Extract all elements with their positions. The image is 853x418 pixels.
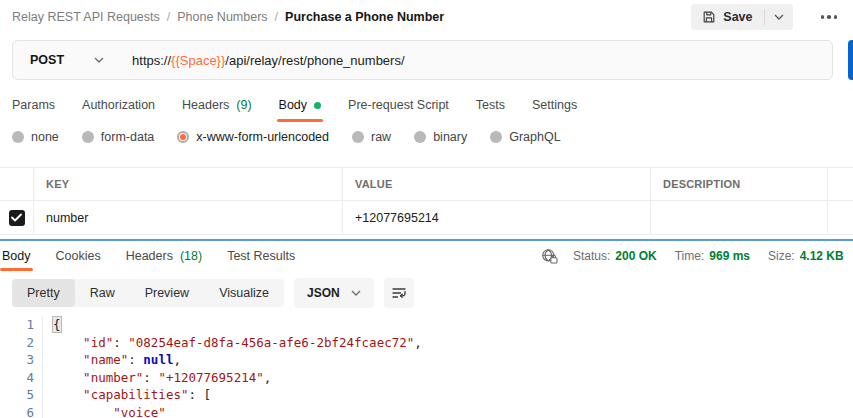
code-token: : (128, 352, 143, 367)
value-cell[interactable]: +12077695214 (343, 201, 651, 234)
code-line-content: "name": null, (42, 351, 181, 369)
view-tab-pretty[interactable]: Pretty (12, 279, 75, 307)
tab-tests[interactable]: Tests (476, 88, 505, 122)
breadcrumb-item-relay-rest-api-requests[interactable]: Relay REST API Requests (12, 10, 160, 24)
line-number: 2 (0, 334, 42, 352)
postman-request-view: Relay REST API Requests/Phone Numbers/Pu… (0, 0, 853, 418)
urlencoded-params-table: KEYVALUEDESCRIPTIONnumber+12077695214 (0, 167, 853, 235)
view-mode-tabs: PrettyRawPreviewVisualize (12, 279, 284, 307)
tab-headers[interactable]: Headers(9) (182, 88, 252, 122)
tab-body[interactable]: Body (279, 88, 322, 122)
more-options-button[interactable] (819, 9, 840, 25)
wrap-text-button[interactable] (384, 278, 414, 308)
body-type-none[interactable]: none (12, 130, 59, 144)
save-icon (702, 10, 716, 24)
meta-value: 200 OK (615, 249, 656, 263)
response-tab-body[interactable]: Body (2, 241, 31, 271)
tab-label: Headers (182, 98, 229, 112)
save-button-group: Save (691, 4, 792, 30)
save-button[interactable]: Save (691, 4, 763, 30)
row-checkbox[interactable] (9, 210, 25, 226)
code-line-content: "voice" (42, 404, 166, 418)
select-all-cell[interactable] (0, 168, 34, 200)
body-type-x-www-form-urlencoded[interactable]: x-www-form-urlencoded (177, 130, 329, 144)
body-type-form-data[interactable]: form-data (82, 130, 155, 144)
table-row: number+12077695214 (0, 201, 853, 235)
response-status-group: Status:200 OKTime:969 msSize:4.12 KB (573, 249, 853, 263)
tab-authorization[interactable]: Authorization (82, 88, 155, 122)
row-checkbox-cell (0, 201, 34, 234)
meta-label: Time: (675, 249, 705, 263)
radio-icon (177, 131, 189, 143)
code-token: : (143, 370, 158, 385)
code-line: 1{ (0, 316, 853, 334)
table-header-row: KEYVALUEDESCRIPTION (0, 168, 853, 201)
tab-label: Authorization (82, 98, 155, 112)
code-token (53, 352, 83, 367)
code-line: 5 "capabilities": [ (0, 386, 853, 404)
method-label: POST (30, 53, 64, 67)
radio-icon (12, 131, 24, 143)
response-tab-cookies[interactable]: Cookies (56, 241, 101, 271)
url-path: /api/relay/rest/phone_numbers/ (225, 53, 404, 68)
ellipsis-icon (827, 15, 831, 19)
tab-label: Settings (532, 98, 577, 112)
tab-label: Headers (126, 249, 173, 263)
radio-icon (414, 131, 426, 143)
code-token (53, 370, 83, 385)
network-info-icon[interactable] (541, 248, 558, 264)
response-tab-headers[interactable]: Headers(18) (126, 241, 202, 271)
radio-icon (352, 131, 364, 143)
tab-label: Body (2, 249, 31, 263)
meta-status: Status:200 OK (573, 249, 657, 263)
view-tab-preview[interactable]: Preview (130, 279, 204, 307)
url-bar: POST https://{{Space}}/api/relay/rest/ph… (0, 34, 853, 88)
response-body-editor[interactable]: 1{2 "id": "08254eaf-d8fa-456a-afe6-2bf24… (0, 314, 853, 418)
tab-label: Tests (476, 98, 505, 112)
line-number: 6 (0, 404, 42, 418)
code-token: , (173, 352, 181, 367)
code-line-content: "capabilities": [ (42, 386, 211, 404)
request-header: Relay REST API Requests/Phone Numbers/Pu… (0, 0, 853, 34)
code-token: , (414, 335, 422, 350)
url-input[interactable]: https://{{Space}}/api/relay/rest/phone_n… (132, 53, 404, 68)
format-select[interactable]: JSON (294, 278, 374, 308)
breadcrumb-item-purchase-a-phone-number[interactable]: Purchase a Phone Number (285, 10, 444, 24)
save-options-button[interactable] (765, 4, 793, 30)
code-line: 6 "voice" (0, 404, 853, 418)
column-header-description: DESCRIPTION (651, 168, 828, 200)
body-type-graphql[interactable]: GraphQL (490, 130, 560, 144)
tab-label: Test Results (227, 249, 295, 263)
body-type-label: none (31, 130, 59, 144)
ellipsis-icon (834, 15, 838, 19)
body-present-dot-icon (314, 102, 321, 109)
tab-label: Body (279, 98, 308, 112)
tab-pre-request-script[interactable]: Pre-request Script (348, 88, 449, 122)
code-line-content: "number": "+12077695214", (42, 369, 271, 387)
wrap-text-icon (391, 286, 407, 300)
send-button[interactable] (848, 40, 853, 80)
breadcrumb-item-phone-numbers[interactable]: Phone Numbers (177, 10, 267, 24)
key-cell[interactable]: number (34, 201, 343, 234)
code-token (53, 335, 83, 350)
tab-count: (9) (236, 98, 251, 112)
tab-params[interactable]: Params (12, 88, 55, 122)
code-token: : (113, 335, 128, 350)
line-number: 3 (0, 351, 42, 369)
code-line: 3 "name": null, (0, 351, 853, 369)
view-tab-visualize[interactable]: Visualize (204, 279, 284, 307)
body-type-raw[interactable]: raw (352, 130, 391, 144)
tab-settings[interactable]: Settings (532, 88, 577, 122)
format-label: JSON (307, 286, 340, 300)
code-line: 4 "number": "+12077695214", (0, 369, 853, 387)
save-button-label: Save (723, 10, 752, 24)
method-select[interactable]: POST (13, 53, 116, 67)
view-tab-raw[interactable]: Raw (75, 279, 130, 307)
table-header-overflow (828, 168, 853, 200)
description-cell[interactable] (651, 201, 828, 234)
line-number: 4 (0, 369, 42, 387)
body-type-binary[interactable]: binary (414, 130, 467, 144)
response-tab-test-results[interactable]: Test Results (227, 241, 295, 271)
url-box: POST https://{{Space}}/api/relay/rest/ph… (12, 40, 833, 80)
request-tabs: ParamsAuthorizationHeaders(9)BodyPre-req… (0, 88, 853, 122)
